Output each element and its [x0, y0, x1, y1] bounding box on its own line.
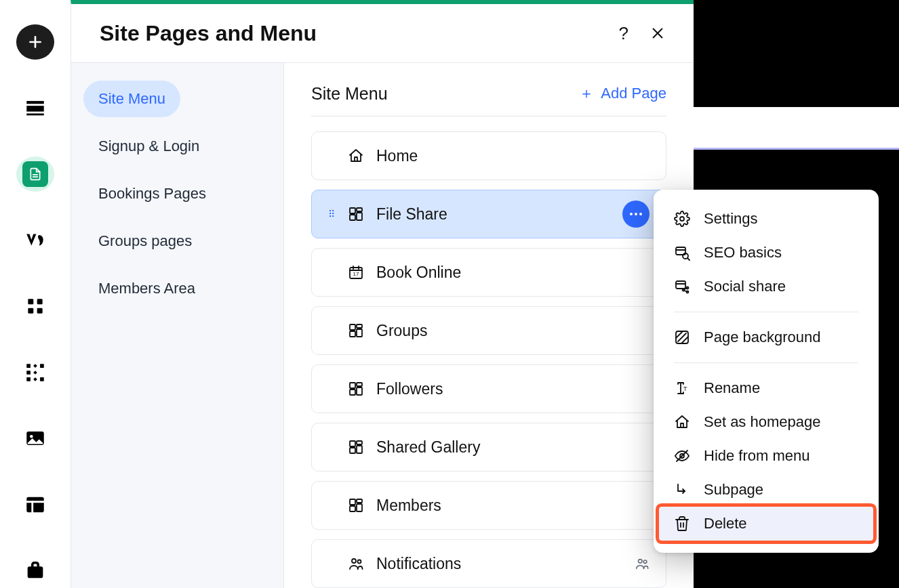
home-icon: [674, 414, 690, 430]
plus-icon: ＋: [579, 83, 594, 104]
menu-item-rename[interactable]: T Rename: [654, 371, 879, 405]
svg-line-57: [687, 258, 690, 260]
page-row-file-share[interactable]: ⠿ File Share: [311, 190, 666, 238]
trash-icon: [674, 516, 690, 532]
media-button[interactable]: [16, 421, 54, 456]
gear-icon: [674, 211, 690, 227]
page-label: File Share: [376, 205, 447, 224]
menu-item-settings[interactable]: Settings: [654, 202, 879, 236]
left-toolbar: [0, 0, 71, 588]
svg-text:T: T: [683, 385, 687, 392]
sidebar-item-members-area[interactable]: Members Area: [83, 270, 210, 307]
dashboard-icon: [348, 497, 364, 513]
menu-item-page-background[interactable]: Page background: [654, 320, 879, 354]
svg-point-12: [30, 435, 33, 438]
page-label: Groups: [376, 322, 427, 340]
apps-button[interactable]: [16, 289, 54, 324]
page-row-groups[interactable]: ⠿ Groups: [311, 306, 666, 355]
menu-item-social-share[interactable]: Social share: [654, 270, 879, 303]
svg-rect-36: [350, 331, 355, 337]
sidebar-item-signup-login[interactable]: Signup & Login: [83, 128, 214, 165]
pages-icon: [22, 161, 48, 187]
svg-rect-17: [28, 567, 43, 579]
menu-item-label: Rename: [704, 379, 760, 397]
svg-point-27: [639, 213, 642, 215]
svg-rect-23: [357, 213, 362, 220]
calendar-icon: 17: [348, 264, 364, 280]
close-icon[interactable]: [650, 26, 665, 41]
rename-icon: T: [674, 380, 690, 396]
svg-rect-7: [28, 299, 33, 304]
page-label: Notifications: [376, 555, 461, 573]
menu-item-label: Delete: [704, 515, 747, 532]
menu-item-seo[interactable]: SEO basics: [654, 236, 879, 270]
site-pages-panel: Site Pages and Menu ? Site Menu Signup &…: [71, 0, 694, 588]
svg-rect-43: [357, 446, 362, 453]
subpage-icon: [674, 482, 690, 498]
hide-icon: [674, 448, 690, 464]
drag-handle-icon[interactable]: ⠿: [328, 209, 336, 219]
panel-title: Site Pages and Menu: [100, 21, 317, 46]
page-more-button[interactable]: [622, 201, 650, 228]
menu-item-label: SEO basics: [704, 244, 782, 261]
people-icon: [348, 555, 364, 572]
page-row-followers[interactable]: ⠿ Followers: [311, 364, 666, 413]
page-label: Shared Gallery: [376, 438, 480, 457]
svg-point-53: [680, 217, 684, 221]
page-row-home[interactable]: ⠿ Home: [311, 131, 666, 180]
page-label: Members: [376, 497, 441, 515]
app-market-button[interactable]: [16, 355, 54, 390]
design-button[interactable]: [16, 223, 54, 258]
svg-rect-70: [681, 423, 683, 427]
svg-point-51: [639, 560, 643, 564]
help-icon[interactable]: ?: [619, 23, 628, 44]
menu-item-label: Settings: [704, 210, 758, 228]
svg-rect-45: [350, 499, 355, 505]
svg-rect-47: [357, 504, 362, 511]
add-element-button[interactable]: [16, 24, 54, 60]
svg-rect-37: [350, 383, 355, 388]
svg-point-50: [358, 560, 361, 564]
svg-rect-4: [26, 114, 44, 116]
svg-rect-8: [37, 299, 43, 304]
menu-item-delete[interactable]: Delete: [659, 507, 873, 541]
menu-item-label: Hide from menu: [704, 447, 810, 465]
add-page-label: Add Page: [601, 85, 666, 102]
dashboard-icon: [348, 381, 364, 397]
sidebar-item-groups[interactable]: Groups pages: [83, 223, 207, 259]
page-label: Book Online: [376, 264, 461, 282]
menu-separator: [674, 312, 858, 312]
sidebar-item-site-menu[interactable]: Site Menu: [83, 81, 180, 117]
menu-item-hide[interactable]: Hide from menu: [654, 439, 879, 473]
page-row-notifications[interactable]: ⠿ Notifications: [311, 539, 666, 588]
sidebar-item-bookings[interactable]: Bookings Pages: [83, 175, 221, 212]
page-list: ⠿ Home ⠿ File Share: [311, 131, 666, 588]
svg-line-64: [684, 291, 687, 292]
svg-rect-35: [357, 329, 362, 337]
sections-button[interactable]: [16, 91, 54, 126]
menu-item-label: Subpage: [704, 481, 763, 499]
page-row-book-online[interactable]: ⠿ 17 Book Online: [311, 248, 666, 297]
svg-rect-39: [357, 387, 362, 395]
svg-rect-38: [357, 383, 362, 386]
members-only-icon: [635, 556, 650, 571]
content-manager-button[interactable]: [16, 487, 54, 522]
svg-rect-58: [676, 281, 685, 289]
dashboard-icon: [348, 439, 364, 455]
business-button[interactable]: [16, 553, 54, 589]
dashboard-icon: [348, 206, 364, 222]
pages-menu-button[interactable]: [16, 156, 54, 192]
menu-item-subpage[interactable]: Subpage: [654, 473, 879, 507]
page-row-members[interactable]: ⠿ Members: [311, 481, 666, 530]
add-page-button[interactable]: ＋ Add Page: [579, 83, 666, 104]
page-label: Home: [376, 147, 418, 165]
menu-item-set-homepage[interactable]: Set as homepage: [654, 405, 879, 439]
menu-item-label: Set as homepage: [704, 413, 820, 431]
page-row-shared-gallery[interactable]: ⠿ Shared Gallery: [311, 423, 666, 471]
svg-point-52: [643, 560, 647, 564]
svg-rect-48: [350, 506, 355, 511]
dashboard-icon: [348, 322, 364, 339]
svg-point-25: [630, 213, 633, 215]
svg-text:17: 17: [353, 271, 359, 277]
page-label: Followers: [376, 380, 443, 398]
